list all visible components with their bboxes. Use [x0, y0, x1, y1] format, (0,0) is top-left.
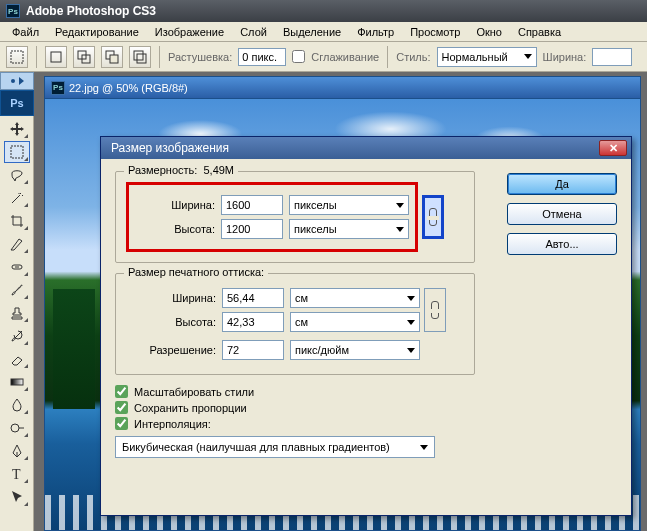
- auto-button[interactable]: Авто...: [507, 233, 617, 255]
- path-select-icon[interactable]: [4, 486, 30, 508]
- constrain-proportions-label: Сохранить пропорции: [134, 402, 247, 414]
- resample-label: Интерполяция:: [134, 418, 211, 430]
- stamp-tool-icon[interactable]: [4, 302, 30, 324]
- svg-rect-1: [51, 52, 61, 62]
- dimensions-label: Размерность:: [128, 164, 197, 176]
- scale-styles-checkbox[interactable]: [115, 385, 128, 398]
- marquee-tool-icon[interactable]: [4, 141, 30, 163]
- px-width-label: Ширина:: [135, 199, 215, 211]
- slice-tool-icon[interactable]: [4, 233, 30, 255]
- menu-image[interactable]: Изображение: [147, 24, 232, 40]
- dimensions-value: 5,49M: [203, 164, 234, 176]
- close-button[interactable]: ✕: [599, 140, 627, 156]
- px-height-label: Высота:: [135, 223, 215, 235]
- opt-width-label: Ширина:: [543, 51, 587, 63]
- dodge-tool-icon[interactable]: [4, 417, 30, 439]
- document-icon: Ps: [51, 81, 65, 95]
- move-tool-icon[interactable]: [4, 118, 30, 140]
- subtract-selection-icon[interactable]: [101, 46, 123, 68]
- feather-input[interactable]: [238, 48, 286, 66]
- px-height-input[interactable]: [221, 219, 283, 239]
- lasso-tool-icon[interactable]: [4, 164, 30, 186]
- heal-tool-icon[interactable]: [4, 256, 30, 278]
- print-height-input[interactable]: [222, 312, 284, 332]
- resolution-unit-select[interactable]: пикс/дюйм: [290, 340, 420, 360]
- gradient-tool-icon[interactable]: [4, 371, 30, 393]
- app-logo-icon: Ps: [6, 4, 20, 18]
- style-select[interactable]: Нормальный: [437, 47, 537, 67]
- highlight-box: Ширина: пикселы Высота: пикселы: [126, 182, 418, 252]
- px-width-unit-select[interactable]: пикселы: [289, 195, 409, 215]
- new-selection-icon[interactable]: [45, 46, 67, 68]
- history-brush-icon[interactable]: [4, 325, 30, 347]
- pen-tool-icon[interactable]: [4, 440, 30, 462]
- svg-point-12: [11, 424, 19, 432]
- print-constrain-link-icon[interactable]: [424, 288, 446, 332]
- menu-window[interactable]: Окно: [468, 24, 510, 40]
- eraser-tool-icon[interactable]: [4, 348, 30, 370]
- print-size-label: Размер печатного оттиска:: [124, 266, 268, 278]
- print-width-input[interactable]: [222, 288, 284, 308]
- blur-tool-icon[interactable]: [4, 394, 30, 416]
- type-tool-icon[interactable]: T: [4, 463, 30, 485]
- dialog-title: Размер изображения: [111, 141, 229, 155]
- menu-layer[interactable]: Слой: [232, 24, 275, 40]
- app-title: Adobe Photoshop CS3: [26, 4, 156, 18]
- resample-checkbox[interactable]: [115, 417, 128, 430]
- svg-rect-8: [11, 146, 23, 158]
- svg-rect-11: [11, 379, 23, 385]
- menubar: Файл Редактирование Изображение Слой Выд…: [0, 22, 647, 42]
- wand-tool-icon[interactable]: [4, 187, 30, 209]
- cancel-button[interactable]: Отмена: [507, 203, 617, 225]
- menu-select[interactable]: Выделение: [275, 24, 349, 40]
- menu-filter[interactable]: Фильтр: [349, 24, 402, 40]
- app-titlebar: Ps Adobe Photoshop CS3: [0, 0, 647, 22]
- brush-tool-icon[interactable]: [4, 279, 30, 301]
- svg-rect-7: [137, 54, 146, 63]
- document-title: 22.jpg @ 50% (RGB/8#): [69, 82, 188, 94]
- palette-dock-toggle[interactable]: [0, 72, 34, 90]
- svg-rect-5: [110, 55, 118, 63]
- print-height-label: Высота:: [126, 316, 216, 328]
- antialias-label: Сглаживание: [311, 51, 379, 63]
- svg-rect-6: [134, 51, 143, 60]
- print-width-unit-select[interactable]: см: [290, 288, 420, 308]
- constrain-link-icon[interactable]: [422, 195, 444, 239]
- menu-view[interactable]: Просмотр: [402, 24, 468, 40]
- interpolation-select[interactable]: Бикубическая (наилучшая для плавных град…: [115, 436, 435, 458]
- options-bar: Растушевка: Сглаживание Стиль: Нормальны…: [0, 42, 647, 72]
- antialias-checkbox[interactable]: [292, 50, 305, 63]
- svg-rect-0: [11, 51, 23, 63]
- intersect-selection-icon[interactable]: [129, 46, 151, 68]
- menu-edit[interactable]: Редактирование: [47, 24, 147, 40]
- pixel-dimensions-group: Размерность: 5,49M Ширина: пикселы Вы: [115, 171, 475, 263]
- ok-button[interactable]: Да: [507, 173, 617, 195]
- px-height-unit-select[interactable]: пикселы: [289, 219, 409, 239]
- feather-label: Растушевка:: [168, 51, 232, 63]
- style-label: Стиль:: [396, 51, 430, 63]
- svg-text:T: T: [12, 467, 21, 482]
- menu-file[interactable]: Файл: [4, 24, 47, 40]
- crop-tool-icon[interactable]: [4, 210, 30, 232]
- constrain-proportions-checkbox[interactable]: [115, 401, 128, 414]
- scale-styles-label: Масштабировать стили: [134, 386, 254, 398]
- resolution-label: Разрешение:: [126, 344, 216, 356]
- menu-help[interactable]: Справка: [510, 24, 569, 40]
- px-width-input[interactable]: [221, 195, 283, 215]
- marquee-tool-icon[interactable]: [6, 46, 28, 68]
- opt-width-input: [592, 48, 632, 66]
- print-width-label: Ширина:: [126, 292, 216, 304]
- ps-palette-icon[interactable]: Ps: [0, 90, 34, 116]
- document-titlebar[interactable]: Ps 22.jpg @ 50% (RGB/8#): [44, 76, 641, 98]
- tool-palette: T: [0, 116, 34, 531]
- image-size-dialog: Размер изображения ✕ Да Отмена Авто... Р…: [100, 136, 632, 516]
- dialog-titlebar[interactable]: Размер изображения ✕: [101, 137, 631, 159]
- add-selection-icon[interactable]: [73, 46, 95, 68]
- print-size-group: Размер печатного оттиска: Ширина: см Выс…: [115, 273, 475, 375]
- resolution-input[interactable]: [222, 340, 284, 360]
- print-height-unit-select[interactable]: см: [290, 312, 420, 332]
